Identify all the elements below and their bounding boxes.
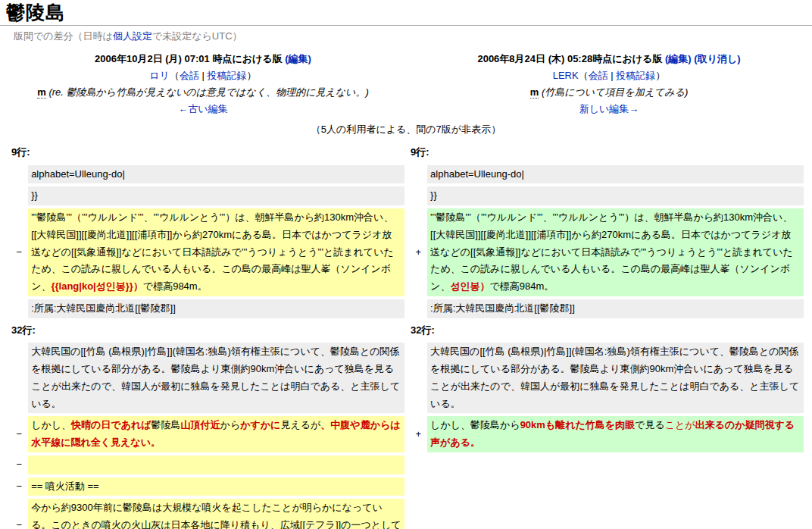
diff-marker	[8, 299, 25, 318]
page-title: 鬱陵島	[6, 2, 812, 23]
context-line: :所属:大韓民国慶尚北道[[鬱陵郡]]	[28, 299, 404, 318]
deleted-marker: −	[8, 208, 25, 296]
diff-version-headers: 2006年10月2日 (月) 07:01 時点における版 (編集) ロリ（会話 …	[0, 51, 812, 117]
diff-changed-row-island: − '''鬱陵島'''（'''ウルルンド'''、'''ウルルンとう'''）は、朝…	[8, 208, 804, 296]
diff-lineno-row-32: 32行: 32行:	[8, 321, 804, 340]
diff-marker	[408, 343, 424, 413]
diff-marker	[408, 165, 424, 184]
new-version-undo-link[interactable]: (取り消し)	[694, 53, 740, 64]
new-version-edit-link[interactable]: (編集)	[665, 53, 692, 64]
diff-text: しかし、鬱陵島から	[430, 419, 520, 430]
diff-text: で見る	[635, 419, 665, 430]
diff-context-row-alphabet: alphabet=Ulleung-do| alphabet=Ulleung-do…	[8, 165, 804, 184]
new-minor-edit-flag: m	[530, 86, 539, 99]
diff-context-row-takeshima: 大韓民国の[[竹島 (島根県)|竹島]](韓国名:独島)領有権主張について、鬱陵…	[8, 343, 804, 413]
old-user-link[interactable]: ロリ	[149, 70, 170, 81]
context-line: alphabet=Ulleung-do|	[28, 165, 404, 184]
diff-marker	[408, 299, 424, 318]
subtitle-text-after: で未設定ならUTC）	[152, 30, 242, 42]
newer-edit-link[interactable]: 新しい編集→	[579, 103, 639, 114]
diff-changed-text: 山頂付近	[181, 419, 220, 430]
diff-marker	[408, 455, 424, 474]
new-version-user-line: LERK（会話 | 投稿記録）	[414, 67, 804, 84]
separator: |	[608, 70, 617, 81]
added-marker: +	[408, 416, 424, 452]
new-version-header: 2006年8月24日 (木) 05:28時点における版 (編集) (取り消し) …	[406, 51, 812, 117]
deleted-line: しかし、快晴の日であれば鬱陵島山頂付近からかすかに見えるが、中腹や麓からは水平線…	[28, 416, 404, 452]
diff-deleted-row-funka: − 今から約9300年前に鬱陵島は大規模な噴火を起こしたことが明らかになっている…	[8, 499, 804, 529]
diff-context-row-belong: :所属:大韓民国慶尚北道[[鬱陵郡]] :所属:大韓民国慶尚北道[[鬱陵郡]]	[8, 299, 804, 318]
title-bar: 鬱陵島	[0, 0, 812, 26]
page-subtitle: 版間での差分（日時は個人設定で未設定ならUTC）	[14, 30, 812, 43]
diff-deleted-row-heading: − == 噴火活動 ==	[8, 477, 804, 496]
paren: （	[579, 70, 589, 81]
deleted-line: 今から約9300年前に鬱陵島は大規模な噴火を起こしたことが明らかになっている。こ…	[28, 499, 404, 529]
diff-marker	[8, 343, 25, 413]
old-lineno-32: 32行:	[8, 321, 404, 340]
new-version-date: 2006年8月24日 (木) 05:28時点における版	[477, 53, 665, 64]
empty-cell	[427, 477, 804, 496]
diff-text: から	[220, 419, 241, 430]
new-lineno-9: 9行:	[408, 143, 804, 162]
old-version-header: 2006年10月2日 (月) 07:01 時点における版 (編集) ロリ（会話 …	[0, 51, 406, 117]
separator: |	[199, 70, 208, 81]
added-line: '''鬱陵島'''（'''ウルルンド'''、'''ウルルンとう'''）は、朝鮮半…	[427, 208, 804, 296]
diff-changed-text: かすかに	[240, 419, 280, 430]
new-user-talk-link[interactable]: 会話	[589, 70, 608, 81]
new-version-summary-line: m (竹島について項目を加えてみる)	[414, 84, 804, 101]
empty-cell	[427, 499, 804, 529]
paren: ）	[655, 70, 665, 81]
deleted-marker: −	[8, 455, 25, 474]
diff-table: 9行: 9行: alphabet=Ulleung-do| alphabet=Ul…	[5, 140, 807, 529]
diff-changed-text: ことが	[665, 419, 695, 430]
new-version-nav-line: 新しい編集→	[414, 101, 804, 117]
diff-changed-text: {{lang|ko|성인봉}}）	[51, 280, 142, 292]
new-version-date-line: 2006年8月24日 (木) 05:28時点における版 (編集) (取り消し)	[414, 51, 804, 67]
older-edit-link[interactable]: ←古い編集	[178, 103, 227, 114]
deleted-marker: −	[8, 499, 25, 529]
preferences-link[interactable]: 個人設定	[113, 30, 152, 42]
new-user-contribs-link[interactable]: 投稿記録	[616, 70, 655, 81]
added-marker: +	[408, 208, 424, 296]
diff-changed-text: 快晴の日であれば	[71, 419, 151, 430]
diff-changed-text: 90kmも離れた竹島を肉眼	[520, 419, 635, 430]
diff-changed-text: 성인봉）	[450, 280, 489, 292]
diff-deleted-row-empty: −	[8, 455, 804, 474]
old-version-nav-line: ←古い編集	[8, 101, 398, 117]
diff-text: で標高984m。	[489, 280, 554, 292]
diff-text: で標高984m。	[143, 280, 208, 292]
paren: ）	[247, 70, 257, 81]
deleted-line: == 噴火活動 ==	[28, 477, 404, 496]
old-edit-summary: (re. 鬱陵島から竹島が見えないのは意見ではなく、物理的に見えない。)	[48, 86, 368, 98]
new-lineno-32: 32行:	[408, 321, 804, 340]
diff-text: しかし、	[31, 419, 71, 430]
paren: （	[170, 70, 180, 81]
old-version-edit-link[interactable]: (編集)	[285, 53, 311, 64]
context-line: alphabet=Ulleung-do|	[427, 165, 804, 184]
old-version-date-line: 2006年10月2日 (月) 07:01 時点における版 (編集)	[8, 51, 398, 67]
context-line: :所属:大韓民国慶尚北道[[鬱陵郡]]	[427, 299, 804, 318]
hidden-revisions-note: （5人の利用者による、間の7版が非表示）	[0, 123, 812, 136]
deleted-marker: −	[8, 477, 25, 496]
added-line: しかし、鬱陵島から90kmも離れた竹島を肉眼で見ることが出来るのか疑問視する声が…	[427, 416, 804, 452]
diff-marker	[408, 186, 424, 205]
context-line: 大韓民国の[[竹島 (島根県)|竹島]](韓国名:独島)領有権主張について、鬱陵…	[427, 343, 804, 413]
deleted-line: '''鬱陵島'''（'''ウルルンド'''、'''ウルルンとう'''）は、朝鮮半…	[28, 208, 404, 296]
new-edit-summary: (竹島について項目を加えてみる)	[542, 86, 688, 98]
old-user-talk-link[interactable]: 会話	[180, 70, 199, 81]
diff-context-row-braces: }} }}	[8, 186, 804, 205]
deleted-line	[28, 455, 404, 474]
diff-text: 見えるが	[280, 419, 320, 430]
diff-marker	[408, 499, 424, 529]
old-version-date: 2006年10月2日 (月) 07:01 時点における版	[95, 53, 285, 64]
diff-marker	[8, 186, 25, 205]
subtitle-text-before: 版間での差分（日時は	[14, 30, 113, 42]
new-user-link[interactable]: LERK	[553, 70, 579, 81]
context-line: }}	[28, 186, 404, 205]
old-minor-edit-flag: m	[37, 86, 46, 99]
diff-marker	[408, 477, 424, 496]
diff-lineno-row-9: 9行: 9行:	[8, 143, 804, 162]
deleted-marker: −	[8, 416, 25, 452]
old-version-summary-line: m (re. 鬱陵島から竹島が見えないのは意見ではなく、物理的に見えない。)	[8, 84, 398, 101]
old-user-contribs-link[interactable]: 投稿記録	[208, 70, 247, 81]
